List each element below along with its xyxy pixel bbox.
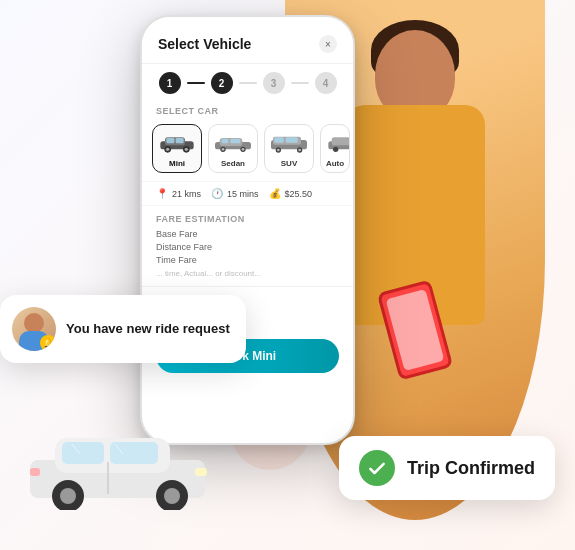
distance-fare-label: Distance Fare xyxy=(156,242,212,252)
sedan-label: Sedan xyxy=(213,159,253,168)
svg-rect-36 xyxy=(195,468,207,476)
phone-title: Select Vehicle xyxy=(158,36,251,52)
svg-point-20 xyxy=(277,149,280,152)
svg-point-12 xyxy=(222,148,225,151)
step-line-1-2 xyxy=(187,82,205,84)
fare-note: ... time, Actual... or discount... xyxy=(156,269,339,278)
svg-rect-14 xyxy=(222,139,229,144)
driver-avatar: 🔔 xyxy=(12,307,56,351)
svg-point-26 xyxy=(333,147,338,152)
svg-rect-23 xyxy=(286,137,298,142)
car-svg xyxy=(20,420,220,510)
close-button[interactable]: × xyxy=(319,35,337,53)
car-options: Mini Sedan xyxy=(142,120,353,181)
car-option-suv[interactable]: SUV xyxy=(264,124,314,173)
select-car-label: SELECT CAR xyxy=(142,100,353,120)
svg-rect-22 xyxy=(274,137,283,142)
base-fare-row: Base Fare xyxy=(156,229,339,239)
step-4[interactable]: 4 xyxy=(315,72,337,94)
stats-row: 📍 21 kms 🕐 15 mins 💰 $25.50 xyxy=(142,181,353,205)
price-value: $25.50 xyxy=(285,189,313,199)
car-image xyxy=(20,420,220,520)
auto-car-icon xyxy=(325,131,350,153)
phone-in-hand xyxy=(377,279,453,380)
trip-confirmed-text: Trip Confirmed xyxy=(407,458,535,479)
check-icon xyxy=(367,458,387,478)
step-line-2-3 xyxy=(239,82,257,84)
time-fare-row: Time Fare xyxy=(156,255,339,265)
check-circle xyxy=(359,450,395,486)
price-stat: 💰 $25.50 xyxy=(269,188,313,199)
step-2[interactable]: 2 xyxy=(211,72,233,94)
phone-screen-in-hand xyxy=(386,289,445,371)
svg-rect-31 xyxy=(110,442,158,464)
time-fare-label: Time Fare xyxy=(156,255,197,265)
car-option-sedan[interactable]: Sedan xyxy=(208,124,258,173)
time-stat: 🕐 15 mins xyxy=(211,188,259,199)
suv-label: SUV xyxy=(269,159,309,168)
step-line-3-4 xyxy=(291,82,309,84)
step-1[interactable]: 1 xyxy=(159,72,181,94)
suv-car-icon xyxy=(269,131,309,153)
price-icon: 💰 xyxy=(269,188,281,199)
distance-value: 21 kms xyxy=(172,189,201,199)
distance-fare-row: Distance Fare xyxy=(156,242,339,252)
fare-title: FARE ESTIMATION xyxy=(156,214,339,224)
mini-label: Mini xyxy=(157,159,197,168)
svg-rect-30 xyxy=(62,442,104,464)
svg-rect-7 xyxy=(176,138,184,143)
svg-rect-25 xyxy=(332,137,350,145)
distance-stat: 📍 21 kms xyxy=(156,188,201,199)
time-value: 15 mins xyxy=(227,189,259,199)
svg-point-27 xyxy=(349,147,350,152)
svg-point-35 xyxy=(164,488,180,504)
auto-label: Auto xyxy=(325,159,345,168)
svg-rect-37 xyxy=(30,468,40,476)
time-icon: 🕐 xyxy=(211,188,223,199)
base-fare-label: Base Fare xyxy=(156,229,198,239)
car-option-auto[interactable]: Auto xyxy=(320,124,350,173)
ride-request-text: You have new ride request xyxy=(66,321,230,338)
svg-rect-15 xyxy=(230,139,240,144)
svg-point-13 xyxy=(242,148,245,151)
svg-point-4 xyxy=(166,148,169,151)
trip-confirmed-card: Trip Confirmed xyxy=(339,436,555,500)
phone-mockup: Select Vehicle × 1 2 3 4 SELECT CAR M xyxy=(140,15,355,445)
step-3[interactable]: 3 xyxy=(263,72,285,94)
avatar-head xyxy=(24,313,44,333)
svg-rect-6 xyxy=(166,138,174,143)
step-indicator: 1 2 3 4 xyxy=(142,64,353,100)
svg-point-33 xyxy=(60,488,76,504)
ride-request-notification[interactable]: 🔔 You have new ride request xyxy=(0,295,246,363)
distance-icon: 📍 xyxy=(156,188,168,199)
phone-header: Select Vehicle × xyxy=(142,17,353,64)
svg-point-21 xyxy=(298,149,301,152)
sedan-car-icon xyxy=(213,131,253,153)
bell-badge: 🔔 xyxy=(40,335,56,351)
svg-point-5 xyxy=(185,148,188,151)
fare-section: FARE ESTIMATION Base Fare Distance Fare … xyxy=(142,205,353,282)
car-option-mini[interactable]: Mini xyxy=(152,124,202,173)
person-body xyxy=(345,105,485,325)
mini-car-icon xyxy=(157,131,197,153)
